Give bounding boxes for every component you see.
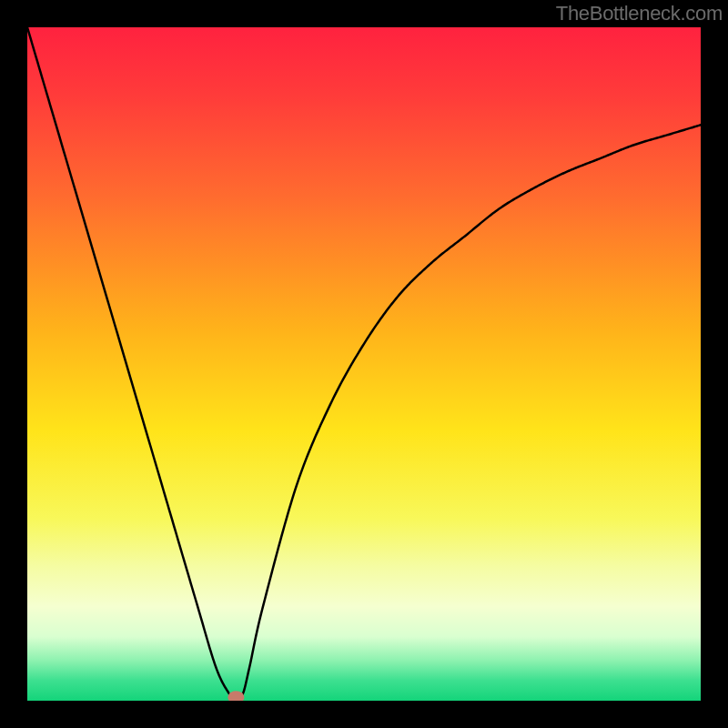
plot-area bbox=[27, 27, 701, 701]
chart-svg bbox=[27, 27, 701, 701]
chart-background bbox=[27, 27, 701, 701]
watermark-text: TheBottleneck.com bbox=[556, 2, 723, 25]
chart-container: TheBottleneck.com bbox=[0, 0, 728, 728]
